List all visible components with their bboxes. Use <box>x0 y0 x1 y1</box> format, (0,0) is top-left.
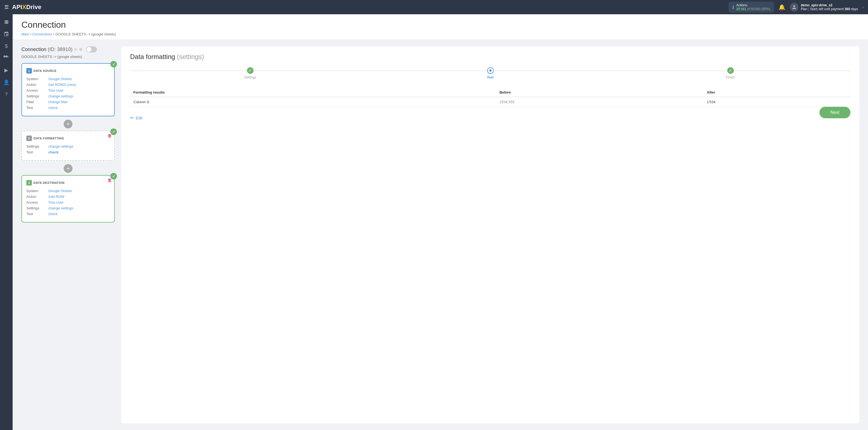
actions-badge: ℹ Actions: 25'161 of 50'000 (50%) <box>728 2 774 12</box>
breadcrumb-main[interactable]: Main <box>22 32 29 36</box>
logo-drive: Drive <box>26 4 41 11</box>
sidebar-item-connections[interactable] <box>1 29 12 39</box>
sidebar-item-help[interactable]: ? <box>1 89 12 100</box>
source-label-action: Action <box>26 83 48 87</box>
source-label-filter: Filter <box>26 100 48 104</box>
step-test: Test <box>370 67 610 79</box>
formatting-number-badge: 2 <box>26 135 32 141</box>
connection-title: Connection (ID: 38910) <box>22 47 72 53</box>
actions-label: Actions: <box>736 3 748 7</box>
source-block-header: 1 DATA SOURCE <box>26 68 110 73</box>
step-settings-circle: ✓ <box>247 67 254 74</box>
breadcrumb: Main / Connections / GOOGLE SHEETS -> (g… <box>22 32 859 36</box>
source-row-action: Action Get ROWS (new) <box>26 83 110 87</box>
settings-icon[interactable]: ⚙ <box>79 47 83 52</box>
step-finish-circle: ✓ <box>727 67 734 74</box>
page-title: Connection <box>22 20 859 30</box>
breadcrumb-connections[interactable]: Connections <box>32 32 52 36</box>
next-button[interactable]: Next <box>819 107 850 118</box>
edit-button[interactable]: ✏ Edit <box>130 114 143 122</box>
col-header-after: After <box>704 88 850 97</box>
col-header-formatting: Formatting results <box>130 88 496 97</box>
destination-row-system: System Google Sheets <box>26 189 110 193</box>
source-value-system[interactable]: Google Sheets <box>48 77 72 81</box>
formatting-block: ✓ 🗑 2 DATA FORMATTING Settings change se… <box>22 131 115 161</box>
source-block-title: DATA SOURCE <box>33 69 57 72</box>
step-settings-label: Settings <box>244 75 256 79</box>
progress-steps: ✓ Settings Test ✓ Finish <box>130 67 850 79</box>
source-block: ✓ 1 DATA SOURCE System Google Sheets Act… <box>22 63 115 116</box>
formatting-row-test: Test check <box>26 150 110 154</box>
toggle-knob <box>87 47 91 52</box>
sidebar-item-billing[interactable]: $ <box>1 41 12 52</box>
add-step-1-button[interactable]: + <box>64 120 72 128</box>
toggle-switch[interactable] <box>86 47 97 53</box>
destination-value-test[interactable]: check <box>48 212 58 216</box>
main-layout: Connection Main / Connections / GOOGLE S… <box>12 14 868 430</box>
table-cell-col: Column G <box>130 97 496 107</box>
table-head: Formatting results Before After <box>130 88 850 97</box>
destination-label-test: Test <box>26 212 48 216</box>
destination-delete-icon[interactable]: 🗑 <box>107 178 112 183</box>
breadcrumb-sep2: / <box>53 32 54 36</box>
destination-row-access: Access Tina User <box>26 200 110 205</box>
results-table: Formatting results Before After Column G… <box>130 88 850 107</box>
topbar: ☰ APIXDrive ℹ Actions: 25'161 of 50'000 … <box>0 0 868 14</box>
source-value-action[interactable]: Get ROWS (new) <box>48 83 76 87</box>
sidebar: ⊞ $ ▶ 👤 ? <box>0 14 12 430</box>
logo-x: X <box>22 4 26 11</box>
formatting-row-settings: Settings change settings <box>26 144 110 149</box>
logo-api: API <box>12 4 22 11</box>
table-header-row: Formatting results Before After <box>130 88 850 97</box>
source-number-badge: 1 <box>26 68 32 73</box>
action-row: ✏ Edit Next <box>130 114 850 122</box>
destination-value-action[interactable]: Add ROW <box>48 194 64 199</box>
user-details: demo_apix-drive_s2 Plan | Start| left un… <box>801 3 858 11</box>
formatting-value-settings[interactable]: change settings <box>48 144 73 149</box>
add-step-2-button[interactable]: + <box>64 164 72 173</box>
destination-block: ✓ 🗑 3 DATA DESTINATION System Google She… <box>22 175 115 222</box>
logo: APIXDrive <box>12 4 41 11</box>
sidebar-item-profile[interactable]: 👤 <box>1 77 12 88</box>
edit-icon: ✏ <box>130 115 134 120</box>
destination-block-title: DATA DESTINATION <box>33 181 64 184</box>
actions-text: Actions: 25'161 of 50'000 (50%) <box>736 3 770 11</box>
step-test-circle <box>487 67 494 74</box>
table-body: Column G 1534,555 1'534 <box>130 97 850 107</box>
source-label-settings: Settings <box>26 94 48 98</box>
connection-subtitle: GOOGLE SHEETS -> (google sheets) <box>22 55 115 59</box>
destination-value-settings[interactable]: change settings <box>48 206 73 210</box>
source-value-access[interactable]: Tina User <box>48 88 64 92</box>
formatting-delete-icon[interactable]: 🗑 <box>107 133 112 138</box>
formatting-block-header: 2 DATA FORMATTING <box>26 135 110 141</box>
source-value-test[interactable]: check <box>48 106 58 110</box>
formatting-value-test[interactable]: check <box>48 150 58 154</box>
destination-value-access[interactable]: Tina User <box>48 200 64 205</box>
sidebar-item-media[interactable]: ▶ <box>1 65 12 76</box>
destination-value-system[interactable]: Google Sheets <box>48 189 72 193</box>
panel-subtitle: (settings) <box>177 53 204 60</box>
info-icon: ℹ <box>733 5 734 10</box>
sidebar-item-projects[interactable] <box>1 53 12 64</box>
edit-label: Edit <box>136 116 143 120</box>
source-check-icon: ✓ <box>110 61 117 67</box>
source-row-access: Access Tina User <box>26 88 110 92</box>
hamburger-icon[interactable]: ☰ <box>4 4 9 10</box>
user-info: demo_apix-drive_s2 Plan | Start| left un… <box>790 3 864 11</box>
sidebar-item-home[interactable]: ⊞ <box>1 17 12 27</box>
breadcrumb-current: GOOGLE SHEETS -> (google sheets) <box>56 32 116 36</box>
left-panel: Connection (ID: 38910) ⎘ ⚙ GOOGLE SHEETS… <box>22 47 115 423</box>
copy-icon[interactable]: ⎘ <box>75 47 77 52</box>
actions-count: 25'161 <box>736 7 746 11</box>
source-row-settings: Settings change settings <box>26 94 110 98</box>
source-value-settings[interactable]: change settings <box>48 94 73 98</box>
destination-row-action: Action Add ROW <box>26 194 110 199</box>
right-panel: Data formatting (settings) ✓ Settings Te… <box>121 47 859 423</box>
actions-total: of 50'000 (50%) <box>747 7 770 11</box>
bell-icon[interactable]: 🔔 <box>779 4 785 10</box>
step-settings: ✓ Settings <box>130 67 370 79</box>
panel-title: Data formatting (settings) <box>130 53 850 61</box>
source-value-filter[interactable]: change filter <box>48 100 68 104</box>
destination-label-system: System <box>26 189 48 193</box>
source-label-test: Test <box>26 106 48 110</box>
